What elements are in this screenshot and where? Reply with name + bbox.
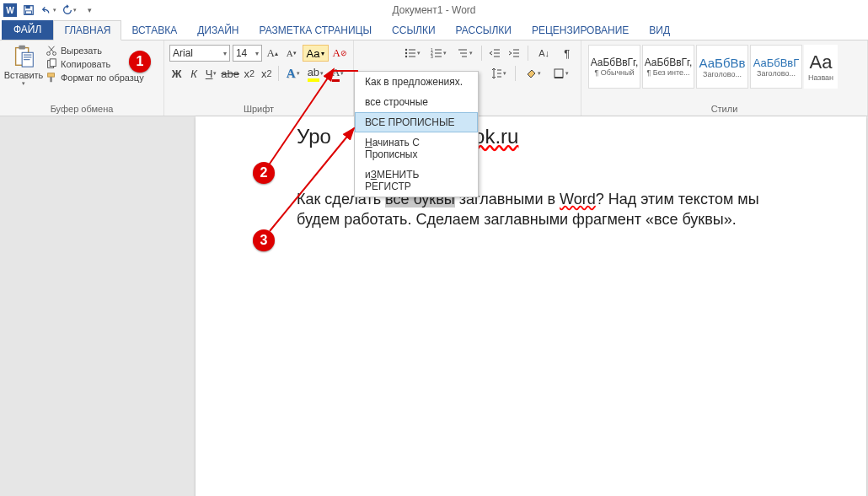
shrink-font-button[interactable]: A▾	[283, 45, 300, 62]
paste-button[interactable]: Вставить ▾	[5, 43, 42, 102]
subscript-button[interactable]: x2	[242, 65, 256, 82]
font-color-button[interactable]: A▾	[328, 65, 348, 82]
tab-home[interactable]: ГЛАВНАЯ	[53, 20, 121, 40]
qat-customize-icon[interactable]: ▾	[81, 2, 98, 19]
title-bar: W ▾ ▾ ▾ Документ1 - Word	[0, 0, 868, 20]
annotation-underline	[333, 70, 358, 72]
word-app-icon: W	[3, 3, 17, 17]
font-name-combo[interactable]: Arial▾	[169, 45, 230, 62]
style-heading2[interactable]: АаБбВвГЗаголово...	[750, 45, 802, 89]
case-sentence[interactable]: Как в предложениях.	[355, 72, 478, 92]
decrease-indent-button[interactable]	[486, 45, 503, 62]
document-title: Документ1 - Word	[392, 4, 475, 16]
tab-view[interactable]: ВИД	[639, 21, 680, 40]
group-label-styles: Стили	[587, 102, 862, 114]
cut-button[interactable]: Вырезать	[46, 45, 144, 57]
svg-point-6	[47, 52, 51, 56]
numbering-button[interactable]: 123▾	[427, 45, 451, 62]
tab-design[interactable]: ДИЗАЙН	[187, 21, 249, 40]
styles-gallery[interactable]: АаБбВвГг,¶ Обычный АаБбВвГг,¶ Без инте..…	[587, 43, 839, 102]
bullets-button[interactable]: ▾	[401, 45, 425, 62]
tab-file[interactable]: ФАЙЛ	[2, 19, 53, 40]
case-lower[interactable]: все строчные	[355, 92, 478, 112]
change-case-button[interactable]: Aa▾	[303, 45, 330, 62]
svg-point-12	[405, 49, 407, 51]
svg-rect-11	[50, 77, 52, 82]
format-painter-button[interactable]: Формат по образцу	[46, 72, 144, 84]
strikethrough-button[interactable]: abe	[221, 65, 239, 82]
tab-references[interactable]: ССЫЛКИ	[382, 21, 445, 40]
bold-button[interactable]: Ж	[169, 65, 184, 82]
multilevel-list-button[interactable]: ▾	[453, 45, 477, 62]
style-normal[interactable]: АаБбВвГг,¶ Обычный	[588, 45, 640, 89]
redo-icon[interactable]: ▾	[61, 2, 78, 19]
group-styles: АаБбВвГг,¶ Обычный АаБбВвГг,¶ Без инте..…	[581, 40, 868, 116]
group-label-clipboard: Буфер обмена	[5, 102, 158, 114]
increase-indent-button[interactable]	[506, 45, 522, 62]
svg-text:3: 3	[431, 54, 433, 59]
style-title[interactable]: АаНазван	[804, 45, 838, 89]
grow-font-button[interactable]: A▴	[265, 45, 281, 62]
case-toggle[interactable]: иЗМЕНИТЬ РЕГИСТР	[355, 164, 478, 197]
highlight-button[interactable]: ab▾	[305, 65, 325, 82]
case-capitalize[interactable]: Начинать С Прописных	[355, 132, 478, 164]
svg-rect-18	[555, 69, 563, 78]
callout-1: 1	[129, 51, 151, 73]
ribbon-tabs: ФАЙЛ ГЛАВНАЯ ВСТАВКА ДИЗАЙН РАЗМЕТКА СТР…	[0, 20, 868, 40]
svg-rect-2	[26, 11, 32, 14]
text-effects-button[interactable]: A▾	[283, 65, 303, 82]
svg-point-13	[405, 52, 407, 54]
group-font: Arial▾ 14▾ A▴ A▾ Aa▾ A⊘ Ж К Ч▾ abe x2 x2…	[164, 40, 354, 116]
group-label-font: Шрифт	[169, 102, 348, 114]
style-heading1[interactable]: АаБбВвЗаголово...	[696, 45, 748, 89]
shading-button[interactable]: ▾	[520, 65, 545, 82]
save-icon[interactable]	[20, 2, 37, 19]
paste-label: Вставить	[4, 70, 44, 80]
undo-icon[interactable]: ▾	[40, 2, 57, 19]
tab-layout[interactable]: РАЗМЕТКА СТРАНИЦЫ	[249, 21, 383, 40]
svg-rect-1	[26, 6, 30, 9]
line-spacing-button[interactable]: ▾	[485, 65, 511, 82]
italic-button[interactable]: К	[186, 65, 201, 82]
callout-3: 3	[253, 229, 275, 251]
show-marks-button[interactable]: ¶	[559, 45, 576, 62]
sort-button[interactable]: A↓	[533, 45, 556, 62]
svg-point-7	[53, 52, 56, 56]
style-no-spacing[interactable]: АаБбВвГг,¶ Без инте...	[642, 45, 694, 89]
document-page[interactable]: Урок: ktapok.ru Как сделать все буквы за…	[196, 116, 866, 496]
tab-insert[interactable]: ВСТАВКА	[121, 21, 187, 40]
svg-rect-10	[48, 73, 55, 77]
svg-rect-9	[50, 59, 56, 67]
font-size-combo[interactable]: 14▾	[233, 45, 262, 62]
svg-rect-4	[19, 46, 25, 50]
clear-formatting-button[interactable]: A⊘	[331, 45, 348, 62]
tab-mailings[interactable]: РАССЫЛКИ	[446, 21, 522, 40]
borders-button[interactable]: ▾	[548, 65, 573, 82]
superscript-button[interactable]: x2	[259, 65, 273, 82]
svg-point-14	[405, 56, 407, 57]
underline-button[interactable]: Ч▾	[204, 65, 218, 82]
callout-2: 2	[253, 162, 275, 184]
change-case-menu: Как в предложениях. все строчные ВСЕ ПРО…	[354, 71, 479, 197]
case-upper[interactable]: ВСЕ ПРОПИСНЫЕ	[355, 112, 478, 132]
tab-review[interactable]: РЕЦЕНЗИРОВАНИЕ	[522, 21, 639, 40]
